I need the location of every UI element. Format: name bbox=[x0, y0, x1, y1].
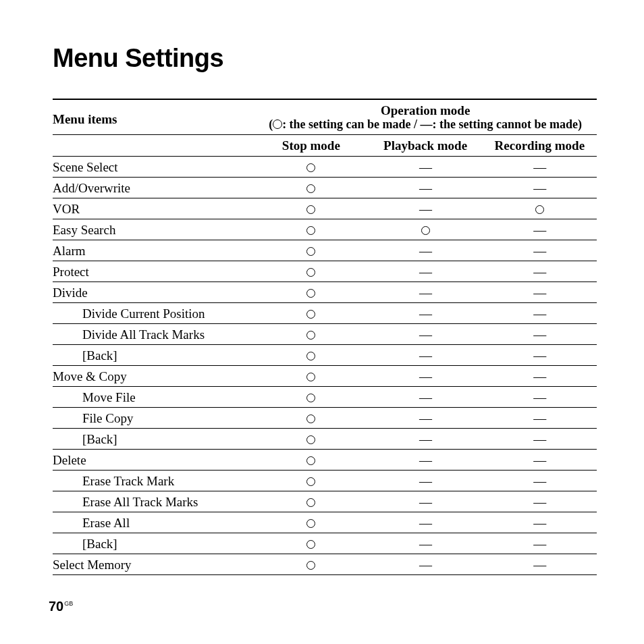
dash-icon: — bbox=[419, 286, 431, 300]
circle-icon bbox=[306, 268, 315, 277]
dash-icon: — bbox=[419, 244, 431, 258]
row-playback: — bbox=[368, 157, 482, 178]
row-playback: — bbox=[368, 178, 482, 198]
row-label: Protect bbox=[53, 261, 254, 282]
row-playback: — bbox=[368, 387, 482, 408]
row-stop bbox=[254, 512, 368, 533]
circle-icon bbox=[306, 331, 315, 340]
circle-icon bbox=[306, 477, 315, 486]
row-playback: — bbox=[368, 303, 482, 324]
circle-icon bbox=[306, 205, 315, 214]
row-recording: — bbox=[483, 408, 597, 429]
row-label: Move File bbox=[53, 387, 254, 408]
row-label: Divide bbox=[53, 282, 254, 303]
table-row: Move File—— bbox=[53, 387, 597, 408]
row-label: Move & Copy bbox=[53, 366, 254, 387]
row-label: Erase All Track Marks bbox=[53, 491, 254, 512]
circle-icon bbox=[306, 561, 315, 570]
table-row: Alarm—— bbox=[53, 240, 597, 261]
row-label: Delete bbox=[53, 450, 254, 471]
row-playback: — bbox=[368, 491, 482, 512]
circle-icon bbox=[535, 205, 544, 214]
row-recording: — bbox=[483, 491, 597, 512]
row-recording: — bbox=[483, 219, 597, 240]
dash-icon: — bbox=[533, 474, 545, 488]
row-recording: — bbox=[483, 157, 597, 178]
dash-icon: — bbox=[533, 432, 545, 446]
dash-icon: — bbox=[533, 369, 545, 383]
row-stop bbox=[254, 178, 368, 198]
row-label: VOR bbox=[53, 198, 254, 219]
row-stop bbox=[254, 345, 368, 366]
circle-icon bbox=[306, 498, 315, 507]
row-recording: — bbox=[483, 282, 597, 303]
dash-icon: — bbox=[419, 181, 431, 195]
table-row: Divide Current Position—— bbox=[53, 303, 597, 324]
dash-icon: — bbox=[419, 202, 431, 216]
menu-settings-table: Menu items Operation mode (: the setting… bbox=[53, 99, 597, 575]
circle-icon bbox=[306, 352, 315, 360]
table-row: Divide—— bbox=[53, 282, 597, 303]
circle-icon bbox=[306, 163, 315, 172]
row-stop bbox=[254, 198, 368, 219]
row-stop bbox=[254, 303, 368, 324]
row-label: Erase Track Mark bbox=[53, 471, 254, 491]
row-playback: — bbox=[368, 282, 482, 303]
row-label: File Copy bbox=[53, 408, 254, 429]
row-label: [Back] bbox=[53, 533, 254, 554]
header-stop-mode: Stop mode bbox=[254, 135, 368, 157]
table-row: Erase Track Mark—— bbox=[53, 471, 597, 491]
dash-icon: — bbox=[533, 244, 545, 258]
header-empty bbox=[53, 135, 254, 157]
row-stop bbox=[254, 450, 368, 471]
table-body: Scene Select——Add/Overwrite——VOR—Easy Se… bbox=[53, 157, 597, 575]
dash-icon: — bbox=[419, 160, 431, 174]
dash-icon: — bbox=[533, 558, 545, 572]
row-playback: — bbox=[368, 198, 482, 219]
row-playback: — bbox=[368, 324, 482, 345]
header-menu-items: Menu items bbox=[53, 99, 254, 135]
dash-icon: — bbox=[533, 411, 545, 425]
circle-icon bbox=[306, 310, 315, 319]
row-stop bbox=[254, 491, 368, 512]
table-row: VOR— bbox=[53, 198, 597, 219]
circle-icon bbox=[306, 289, 315, 298]
table-row: [Back]—— bbox=[53, 533, 597, 554]
row-stop bbox=[254, 261, 368, 282]
dash-icon: — bbox=[419, 265, 431, 279]
header-operation-mode: Operation mode bbox=[254, 99, 597, 117]
circle-icon bbox=[273, 119, 282, 129]
circle-icon bbox=[306, 540, 315, 549]
circle-icon bbox=[306, 394, 315, 402]
page-number: 70GB bbox=[49, 599, 73, 614]
circle-icon bbox=[306, 184, 315, 193]
row-stop bbox=[254, 387, 368, 408]
header-legend: (: the setting can be made / —: the sett… bbox=[254, 117, 597, 135]
dash-icon: — bbox=[533, 223, 545, 237]
dash-icon: — bbox=[533, 286, 545, 300]
row-playback: — bbox=[368, 366, 482, 387]
table-row: Move & Copy—— bbox=[53, 366, 597, 387]
row-label: Divide Current Position bbox=[53, 303, 254, 324]
header-playback-mode: Playback mode bbox=[368, 135, 482, 157]
dash-icon: — bbox=[419, 390, 431, 404]
circle-icon bbox=[306, 414, 315, 423]
table-row: Add/Overwrite—— bbox=[53, 178, 597, 198]
dash-icon: — bbox=[533, 348, 545, 363]
row-label: Select Memory bbox=[53, 554, 254, 575]
row-label: Scene Select bbox=[53, 157, 254, 178]
dash-icon: — bbox=[419, 495, 431, 509]
dash-icon: — bbox=[419, 453, 431, 467]
table-row: Scene Select—— bbox=[53, 157, 597, 178]
document-page: Menu Settings Menu items Operation mode … bbox=[0, 0, 644, 644]
circle-icon bbox=[306, 247, 315, 256]
row-playback: — bbox=[368, 450, 482, 471]
table-row: Erase All Track Marks—— bbox=[53, 491, 597, 512]
table-row: Protect—— bbox=[53, 261, 597, 282]
row-recording bbox=[483, 198, 597, 219]
row-playback: — bbox=[368, 345, 482, 366]
table-row: Easy Search— bbox=[53, 219, 597, 240]
row-label: [Back] bbox=[53, 345, 254, 366]
row-stop bbox=[254, 429, 368, 450]
row-recording: — bbox=[483, 240, 597, 261]
